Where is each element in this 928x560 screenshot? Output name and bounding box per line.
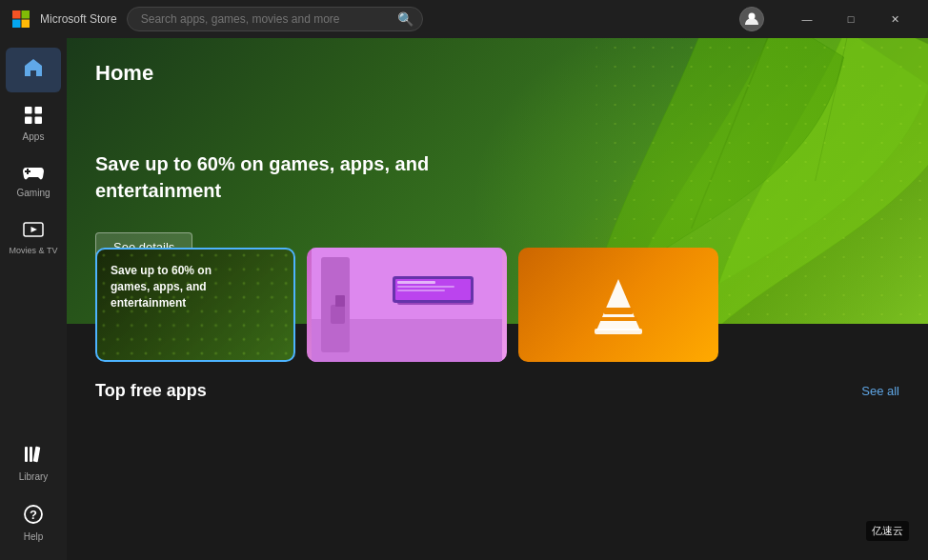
- sidebar-item-library[interactable]: Library: [6, 434, 61, 490]
- svg-rect-31: [397, 290, 445, 291]
- card-2-image: [307, 248, 507, 362]
- svg-rect-36: [599, 317, 637, 321]
- arrow-annotation: [0, 425, 1, 472]
- sidebar-item-apps-label: Apps: [23, 131, 45, 143]
- sidebar-item-library-label: Library: [19, 471, 49, 483]
- svg-rect-14: [33, 447, 41, 463]
- svg-marker-34: [596, 279, 640, 330]
- featured-cards-strip: Save up to 60% ongames, apps, andenterta…: [67, 248, 928, 362]
- sidebar-item-gaming-label: Gaming: [16, 188, 50, 199]
- featured-card-2[interactable]: [307, 248, 507, 362]
- see-all-link[interactable]: See all: [861, 384, 899, 398]
- svg-rect-32: [331, 305, 345, 324]
- maximize-button[interactable]: □: [829, 0, 873, 38]
- app-logo: [11, 10, 30, 29]
- featured-card-3[interactable]: [518, 248, 718, 362]
- hero-promo-title: Save up to 60% on games, apps, and enter…: [95, 150, 438, 204]
- user-avatar[interactable]: [739, 7, 764, 31]
- home-icon: [23, 57, 44, 81]
- sidebar-item-movies[interactable]: Movies & TV: [6, 210, 61, 264]
- apps-icon: [24, 106, 43, 128]
- svg-marker-10: [31, 227, 38, 232]
- window-controls: — □ ✕: [785, 0, 917, 38]
- content-area: Home Save up to 60% on games, apps, and …: [67, 38, 928, 560]
- help-icon: ?: [23, 504, 44, 528]
- app-title: Microsoft Store: [40, 12, 117, 26]
- minimize-button[interactable]: —: [785, 0, 829, 38]
- svg-rect-6: [35, 107, 43, 114]
- close-button[interactable]: ✕: [873, 0, 917, 38]
- svg-rect-29: [397, 281, 435, 284]
- sidebar-item-movies-label: Movies & TV: [10, 246, 58, 256]
- search-bar[interactable]: 🔍: [127, 7, 424, 31]
- section-title: Top free apps: [95, 381, 207, 401]
- svg-rect-12: [25, 447, 28, 462]
- svg-text:?: ?: [30, 508, 37, 522]
- svg-rect-33: [335, 295, 345, 307]
- svg-rect-35: [604, 308, 633, 314]
- movies-icon: [23, 220, 44, 242]
- section-header: Top free apps See all: [95, 381, 899, 401]
- svg-rect-13: [30, 447, 32, 462]
- search-input[interactable]: [127, 7, 424, 31]
- svg-rect-1: [22, 10, 30, 19]
- sidebar-item-home[interactable]: [6, 48, 61, 92]
- vlc-icon: [518, 248, 718, 362]
- watermark: 亿速云: [866, 521, 909, 541]
- featured-card-1[interactable]: Save up to 60% ongames, apps, andenterta…: [95, 248, 295, 362]
- svg-rect-2: [12, 20, 21, 29]
- svg-rect-7: [25, 117, 32, 125]
- sidebar-item-gaming[interactable]: Gaming: [6, 154, 61, 207]
- sidebar-item-help-label: Help: [24, 531, 44, 543]
- svg-rect-0: [12, 10, 21, 19]
- svg-rect-8: [35, 117, 43, 125]
- sidebar-item-apps[interactable]: Apps: [6, 96, 61, 150]
- svg-rect-5: [25, 107, 32, 114]
- title-bar: Microsoft Store 🔍 — □ ✕: [0, 0, 928, 38]
- search-icon[interactable]: 🔍: [397, 11, 414, 27]
- sidebar-item-help[interactable]: ? Help: [6, 494, 61, 550]
- svg-rect-37: [595, 329, 642, 334]
- sidebar: Apps Gaming Movies & TV: [0, 38, 67, 560]
- page-title: Home: [95, 61, 899, 86]
- top-free-apps-section: Top free apps See all: [67, 362, 928, 424]
- gaming-icon: [23, 164, 44, 184]
- svg-rect-30: [397, 286, 454, 288]
- svg-rect-3: [22, 20, 30, 29]
- main-layout: Apps Gaming Movies & TV: [0, 38, 928, 560]
- svg-rect-22: [97, 250, 293, 360]
- library-icon: [23, 444, 44, 468]
